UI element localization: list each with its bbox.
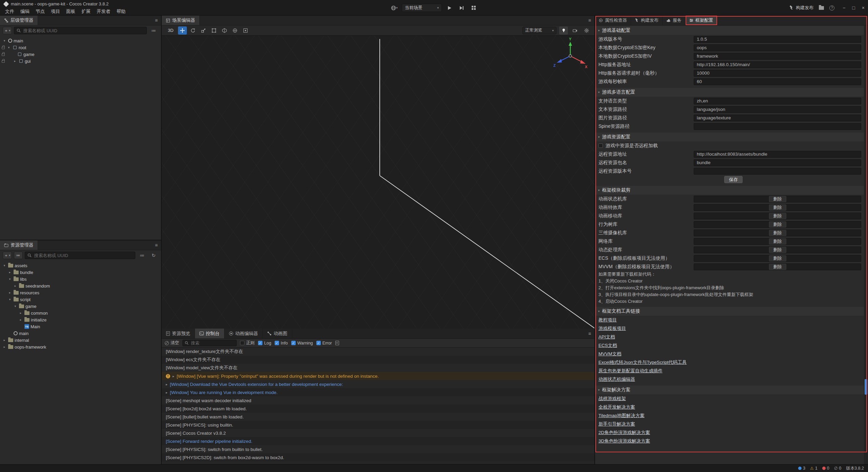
coordinate-toggle-button[interactable] [231, 26, 239, 35]
expand-arrow-icon[interactable]: ▸ [18, 311, 23, 315]
maximize-button[interactable]: □ [852, 5, 855, 11]
delete-button[interactable]: 删除 [769, 213, 786, 219]
preview-platform-button[interactable]: ▾ [390, 4, 399, 12]
regex-checkbox[interactable]: 正则 [240, 340, 255, 346]
delete-button[interactable]: 删除 [769, 221, 786, 228]
lock-icon[interactable] [2, 60, 5, 63]
solution-link-3drpg[interactable]: 3D角色扮演游戏解决方案 [598, 438, 650, 444]
crypto-iv-input[interactable] [694, 53, 861, 60]
expand-arrow-icon[interactable]: ▾ [7, 277, 12, 281]
expand-arrow-icon[interactable]: ▸ [2, 338, 7, 342]
lighting-toggle-button[interactable] [559, 26, 568, 35]
console-log-list[interactable]: [Window] render_texture文件夹不存在 [Window] e… [162, 348, 594, 464]
section-solutions[interactable]: ▾ 框架解决方案 [595, 386, 864, 394]
log-count-indicator[interactable]: 3 [798, 466, 805, 471]
delete-button[interactable]: 删除 [769, 238, 786, 244]
play-button[interactable] [445, 4, 454, 12]
expand-arrow-icon[interactable]: ▸ [173, 374, 174, 378]
assets-title-tab[interactable]: 资源管理器 [0, 240, 38, 250]
pivot-toggle-button[interactable] [241, 26, 250, 35]
muted-count-indicator[interactable]: ∅ 0 [834, 466, 841, 471]
asset-row-libs[interactable]: ▾ libs [0, 276, 161, 282]
asset-row-assets[interactable]: ▾ assets [0, 262, 161, 269]
menu-item-help[interactable]: 帮助 [114, 8, 129, 15]
delete-button[interactable]: 删除 [769, 264, 786, 270]
hierarchy-title-tab[interactable]: 层级管理器 [0, 16, 38, 25]
error-count-indicator[interactable]: 0 [822, 466, 829, 471]
asset-row-internal[interactable]: ▸ internal [0, 337, 161, 343]
expand-arrow-icon[interactable]: ▾ [2, 264, 7, 267]
open-project-folder-icon[interactable] [819, 6, 824, 10]
delete-button[interactable]: 删除 [769, 204, 786, 211]
asset-row-initialize[interactable]: ▸ initialize [0, 316, 161, 323]
asset-row-seedrandom[interactable]: ▸ seedrandom [0, 282, 161, 289]
console-menu-icon[interactable]: ≡ [585, 329, 594, 338]
tab-console[interactable]: 控制台 [195, 329, 224, 338]
assets-menu-icon[interactable]: ≡ [152, 240, 161, 250]
scale-tool-button[interactable] [199, 26, 208, 35]
warning-count-indicator[interactable]: ⚠ 1 [810, 466, 817, 471]
menu-item-developer[interactable]: 开发者 [94, 8, 114, 15]
open-log-file-icon[interactable] [335, 341, 339, 345]
clear-console-button[interactable]: 清空 [165, 340, 179, 346]
scene-dropdown[interactable]: 当前场景 ▾ [402, 4, 442, 12]
remote-url-input[interactable] [694, 151, 861, 158]
hierarchy-menu-icon[interactable]: ≡ [152, 16, 161, 25]
log-row-info[interactable]: [Scene] Forward render pipeline initiali… [162, 437, 594, 445]
tab-build-publish[interactable]: 构建发布 [631, 16, 663, 25]
asset-row-bundle[interactable]: ▸ bundle [0, 269, 161, 276]
asset-row-resources[interactable]: ▸ resources [0, 289, 161, 296]
menu-item-file[interactable]: 文件 [2, 8, 17, 15]
asset-row-main-ts[interactable]: Main [0, 323, 161, 330]
move-tool-button[interactable] [178, 26, 187, 35]
crypto-key-input[interactable] [694, 44, 861, 51]
asset-row-main-scene[interactable]: main [0, 330, 161, 337]
hierarchy-filter-icon[interactable]: ≔ [149, 28, 158, 33]
log-row[interactable]: [Scene] Cocos Creator v3.8.2 [162, 429, 594, 437]
tab-animation-graph[interactable]: 动画图 [263, 329, 292, 338]
text-res-path-input[interactable] [694, 106, 861, 113]
section-docs-links[interactable]: ▾ 框架文档工具链接 [595, 307, 864, 316]
close-button[interactable]: × [862, 5, 865, 11]
solution-link-2drpg[interactable]: 2D角色扮演游戏解决方案 [598, 430, 650, 436]
delete-button[interactable]: 删除 [769, 230, 786, 236]
doc-link-ecs[interactable]: ECS文档 [598, 342, 617, 349]
asset-row-oops-framework[interactable]: ▸ oops-framework [0, 343, 161, 350]
expand-arrow-icon[interactable]: ▸ [166, 391, 167, 394]
checkbox-icon[interactable] [598, 143, 603, 148]
menu-item-extension[interactable]: 扩展 [78, 8, 94, 15]
log-row[interactable]: [Scene] [bullet]:bullet wasm lib loaded. [162, 413, 594, 421]
section-game-basic-config[interactable]: ▾ 游戏基础配置 [595, 26, 864, 35]
rect-tool-button[interactable] [210, 26, 218, 35]
languages-input[interactable] [694, 98, 861, 104]
game-version-input[interactable] [694, 36, 861, 43]
delete-button[interactable]: 删除 [769, 255, 786, 261]
remote-load-checkbox-row[interactable]: 游戏中资源是否远程加载 [595, 141, 864, 150]
scene-menu-icon[interactable]: ≡ [585, 16, 594, 25]
section-game-res-config[interactable]: ▾ 游戏资源配置 [595, 133, 864, 141]
filter-log-checkbox[interactable]: ✓ Log [258, 341, 271, 346]
solution-link-guide[interactable]: 新手引导解决方案 [598, 421, 635, 427]
build-publish-button[interactable]: 构建发布 [789, 5, 813, 11]
doc-link-hotupdate-plugin[interactable]: 原生包热更新配置自动生成插件 [598, 368, 663, 374]
expand-arrow-icon[interactable]: ▸ [18, 318, 23, 321]
doc-link-template[interactable]: 游戏模板项目 [598, 326, 626, 332]
tab-asset-preview[interactable]: 资源预览 [162, 329, 195, 338]
filter-error-checkbox[interactable]: ✓ Error [316, 341, 332, 346]
http-server-input[interactable] [694, 61, 861, 68]
menu-item-edit[interactable]: 编辑 [17, 8, 33, 15]
expand-arrow-icon[interactable]: ▸ [7, 271, 12, 274]
menu-item-node[interactable]: 节点 [33, 8, 48, 15]
section-i18n-config[interactable]: ▾ 游戏多语言配置 [595, 88, 864, 97]
console-search-input[interactable] [190, 340, 234, 346]
tab-service[interactable]: 服务 [663, 16, 686, 25]
expand-arrow-icon[interactable]: ▸ [2, 345, 7, 349]
tab-animation-editor[interactable]: 动画编辑器 [224, 329, 263, 338]
layout-grid-button[interactable] [469, 4, 478, 12]
delete-button[interactable]: 删除 [769, 247, 786, 253]
expand-arrow-icon[interactable]: ▾ [2, 39, 7, 42]
hierarchy-search-input[interactable] [23, 28, 144, 34]
doc-link-animator-editor[interactable]: 动画状态机编辑器 [598, 376, 635, 382]
inspector-scrollbar[interactable] [864, 25, 868, 464]
log-row[interactable]: [Window] ecs文件夹不存在 [162, 356, 594, 364]
